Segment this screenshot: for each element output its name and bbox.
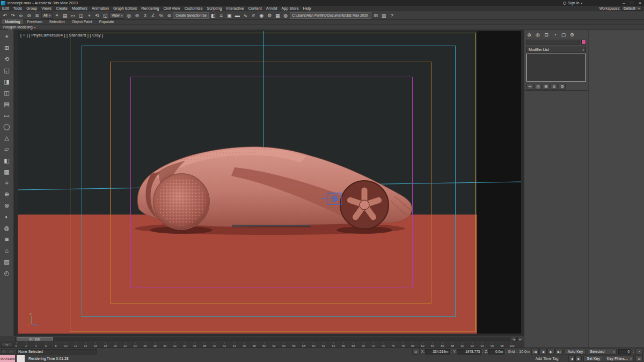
menu-item-tools[interactable]: Tools (11, 6, 24, 11)
time-slider-handle[interactable]: 0 / 100 (17, 337, 53, 341)
menu-item-interactive[interactable]: Interactive (224, 6, 246, 11)
tool-isoline-icon[interactable]: ◴ (2, 268, 12, 278)
select-and-move-icon[interactable]: + (85, 12, 93, 19)
spinner-snap-toggle-icon[interactable]: ⊚ (165, 12, 173, 19)
render-production-icon[interactable]: ◍ (282, 12, 289, 19)
select-and-scale-icon[interactable]: ◱ (101, 12, 109, 19)
display-tab[interactable]: ▢ (560, 32, 567, 38)
align-icon[interactable]: ≡ (217, 12, 225, 19)
menu-item-group[interactable]: Group (24, 6, 39, 11)
render-setup-icon[interactable]: ⚙ (266, 12, 273, 19)
tool-cut-icon[interactable]: ⌗ (2, 178, 12, 188)
configure-modifier-sets-button[interactable]: ⚙ (559, 84, 566, 90)
redo-icon[interactable]: ↷ (9, 12, 17, 19)
select-and-rotate-icon[interactable]: ⟲ (93, 12, 101, 19)
tool-rotate-icon[interactable]: ⟲ (2, 54, 12, 64)
key-step-forward-button[interactable]: ▶ (575, 356, 582, 361)
key-step-back-button[interactable]: ◀ (568, 356, 575, 361)
select-and-manipulate-icon[interactable]: ⊕ (133, 12, 141, 19)
selection-filter-dropdown[interactable]: All▾ (41, 12, 53, 19)
z-coordinate-field[interactable]: 0.0m (488, 349, 504, 354)
add-time-tag-button[interactable]: Add Time Tag (536, 357, 559, 360)
menu-item-customize[interactable]: Customize (182, 6, 204, 11)
tool-paint-deform-icon[interactable]: ≋ (2, 234, 12, 245)
previous-frame-button[interactable]: ◀ (539, 349, 547, 354)
hierarchy-tab[interactable]: ⊟ (543, 32, 550, 38)
viewport[interactable]: [ + ] [ PhysCamera004 ] [ Standard ] [ C… (18, 31, 521, 334)
maxscript-listener-white[interactable] (17, 355, 25, 362)
project-folder-field[interactable]: C:\Users\Alan Portilho\Documents\3ds Max… (290, 12, 371, 19)
y-spinner[interactable]: ▴▾ (482, 350, 483, 353)
use-center-flyout-icon[interactable]: ◎ (125, 12, 133, 19)
ribbon-section-label[interactable]: Polygon Modeling (3, 25, 33, 29)
modify-tab[interactable]: ◎ (535, 32, 541, 38)
y-coordinate-field[interactable]: -1978.775 (457, 349, 481, 354)
toggle-ribbon-icon[interactable]: ▬ (233, 12, 241, 19)
percent-snap-toggle-icon[interactable]: % (157, 12, 165, 19)
menu-item-civil-view[interactable]: Civil View (161, 6, 182, 11)
tool-chamfer-icon[interactable]: ◧ (2, 155, 12, 166)
menu-item-graph-editors[interactable]: Graph Editors (111, 6, 139, 11)
show-end-result-button[interactable]: ◎ (535, 84, 541, 90)
go-to-start-button[interactable]: |◀ (531, 349, 539, 354)
open-listener-icon[interactable]: ▥ (380, 12, 387, 19)
unlink-selection-icon[interactable]: ⊘ (25, 12, 33, 19)
bind-to-space-warp-icon[interactable]: ≋ (33, 12, 41, 19)
tool-scale-icon[interactable]: ◱ (2, 65, 12, 76)
tool-weld-icon[interactable]: ⊕ (2, 189, 12, 200)
object-color-swatch[interactable] (581, 40, 586, 45)
modifier-list-dropdown[interactable]: Modifier List ▾ (526, 47, 586, 53)
tool-by-name-icon[interactable]: ▤ (2, 99, 12, 109)
tool-region-icon[interactable]: ▭ (2, 110, 12, 121)
play-button[interactable]: ▶ (547, 349, 555, 354)
tool-relax-icon[interactable]: ◍ (2, 223, 12, 233)
menu-item-animation[interactable]: Animation (90, 6, 111, 11)
mini-curve-editor-button[interactable]: ∿ (1, 343, 13, 347)
time-configuration-button[interactable]: ◔ (635, 349, 643, 354)
material-editor-icon[interactable]: ◉ (258, 12, 265, 19)
schematic-view-icon[interactable]: # (250, 12, 257, 19)
select-and-link-icon[interactable]: ∞ (17, 12, 25, 19)
ribbon-tab-freeform[interactable]: Freeform (24, 19, 45, 24)
asset-tracking-icon[interactable]: ⊞ (372, 12, 379, 19)
ribbon-tab-object-paint[interactable]: Object Paint (69, 19, 96, 24)
next-frame-button[interactable]: ▶| (555, 349, 563, 354)
reference-coordinate-dropdown[interactable]: View▾ (109, 12, 125, 19)
menu-item-modifiers[interactable]: Modifiers (70, 6, 90, 11)
slider-next-button[interactable]: ▸ (517, 337, 523, 341)
maximize-button[interactable]: □ (628, 1, 636, 5)
current-frame-field[interactable]: 0 (618, 349, 631, 354)
isolate-selection-toggle[interactable] (1, 349, 7, 354)
ribbon-tab-selection[interactable]: Selection (46, 19, 68, 24)
minimize-button[interactable]: – (620, 1, 628, 5)
create-tab[interactable]: ⊕ (526, 32, 532, 38)
ribbon-tab-modeling[interactable]: Modeling (2, 19, 23, 24)
rear-wheel[interactable] (340, 181, 389, 229)
menu-item-edit[interactable]: Edit (0, 6, 11, 11)
layer-manager-icon[interactable]: ▣ (225, 12, 233, 19)
rendered-frame-window-icon[interactable]: ▦ (274, 12, 281, 19)
tool-sphere-icon[interactable]: ◯ (2, 121, 12, 132)
menu-item-content[interactable]: Content (246, 6, 264, 11)
transform-lock-icon[interactable]: ⊙ (412, 349, 420, 354)
ribbon-tab-populate[interactable]: Populate (96, 19, 118, 24)
sign-in-button[interactable]: Sign In ▾ (563, 1, 582, 5)
close-button[interactable]: × (636, 1, 644, 5)
auto-key-button[interactable]: Auto Key (565, 349, 586, 354)
slider-prev-button[interactable]: ◂ (511, 337, 517, 341)
menu-item-scripting[interactable]: Scripting (204, 6, 224, 11)
make-unique-button[interactable]: ⊞ (543, 84, 550, 90)
select-by-name-icon[interactable]: ▤ (61, 12, 69, 19)
z-spinner[interactable]: ▴▾ (505, 350, 506, 353)
tool-edit-poly-icon[interactable]: ⊞ (2, 42, 12, 53)
workspaces-dropdown[interactable]: Default ▾ (621, 6, 642, 11)
frame-spinner[interactable]: ▴▾ (633, 350, 634, 353)
tool-home-icon[interactable]: ⌂ (2, 245, 12, 256)
remove-modifier-button[interactable]: ⊘ (551, 84, 558, 90)
x-spinner[interactable]: ▴▾ (450, 350, 451, 353)
tool-constraints-icon[interactable]: ▧ (2, 256, 12, 267)
tool-crossing-icon[interactable]: ◫ (2, 87, 12, 98)
tool-select-icon[interactable]: ⌖ (2, 31, 12, 42)
set-key-button[interactable]: Set Key (583, 356, 603, 361)
help-search-icon[interactable]: ? (388, 12, 396, 19)
